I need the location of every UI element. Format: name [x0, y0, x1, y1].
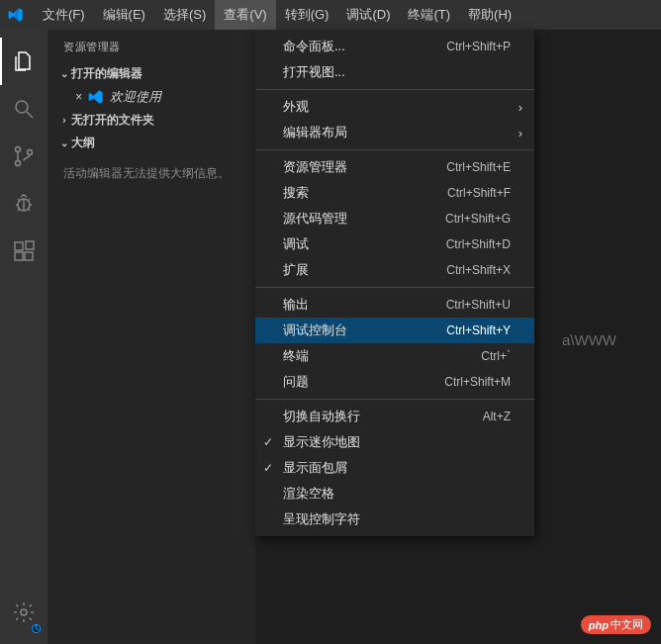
- open-editors-label: 打开的编辑器: [71, 65, 142, 82]
- titlebar: 文件(F) 编辑(E) 选择(S) 查看(V) 转到(G) 调试(D) 终端(T…: [0, 0, 661, 30]
- menuitem-output[interactable]: 输出Ctrl+Shift+U: [255, 292, 534, 318]
- menuitem-scm[interactable]: 源代码管理Ctrl+Shift+G: [255, 206, 534, 231]
- files-icon: [12, 49, 36, 73]
- svg-point-2: [16, 147, 21, 152]
- menuitem-problems[interactable]: 问题Ctrl+Shift+M: [255, 369, 534, 395]
- section-open-editors[interactable]: ⌄ 打开的编辑器: [47, 62, 255, 85]
- menu-separator: [255, 149, 534, 150]
- menuitem-command-palette[interactable]: 命令面板...Ctrl+Shift+P: [255, 34, 534, 59]
- svg-line-9: [18, 199, 20, 201]
- background-hint-text: a\WWW: [562, 331, 616, 348]
- svg-line-11: [18, 209, 20, 211]
- chevron-down-icon: ⌄: [57, 138, 71, 148]
- section-outline[interactable]: ⌄ 大纲: [47, 132, 255, 154]
- activity-debug[interactable]: [0, 180, 47, 228]
- bug-icon: [12, 192, 36, 216]
- svg-rect-13: [15, 242, 23, 250]
- menu-separator: [255, 89, 534, 90]
- search-icon: [12, 97, 36, 121]
- gear-icon: [12, 600, 36, 624]
- sidebar-explorer: 资源管理器 ⌄ 打开的编辑器 × 欢迎使用 › 无打开的文件夹 ⌄ 大纲 活动编…: [47, 30, 255, 644]
- menuitem-render-whitespace[interactable]: 渲染空格: [255, 481, 534, 506]
- menuitem-word-wrap[interactable]: 切换自动换行Alt+Z: [255, 404, 534, 429]
- close-icon[interactable]: ×: [75, 90, 82, 104]
- activity-explorer[interactable]: [0, 38, 47, 85]
- svg-point-4: [28, 150, 33, 155]
- vscode-file-icon: [88, 89, 104, 105]
- menuitem-debug-console[interactable]: 调试控制台Ctrl+Shift+Y: [255, 318, 534, 343]
- menu-separator: [255, 287, 534, 288]
- watermark-text: 中文网: [611, 617, 643, 632]
- menuitem-terminal[interactable]: 终端Ctrl+`: [255, 343, 534, 369]
- menuitem-minimap[interactable]: ✓显示迷你地图: [255, 429, 534, 455]
- menu-terminal[interactable]: 终端(T): [399, 0, 459, 30]
- menu-debug[interactable]: 调试(D): [337, 0, 399, 30]
- check-icon: ✓: [263, 461, 273, 475]
- svg-point-3: [16, 161, 21, 166]
- activity-search[interactable]: [0, 85, 47, 133]
- menu-view[interactable]: 查看(V): [215, 0, 275, 30]
- view-menu-dropdown: 命令面板...Ctrl+Shift+P 打开视图... 外观› 编辑器布局› 资…: [255, 30, 534, 536]
- chevron-down-icon: ⌄: [57, 68, 71, 79]
- extensions-icon: [12, 239, 36, 263]
- menuitem-appearance[interactable]: 外观›: [255, 94, 534, 120]
- menuitem-explorer[interactable]: 资源管理器Ctrl+Shift+E: [255, 154, 534, 180]
- open-editor-item[interactable]: × 欢迎使用: [47, 85, 255, 109]
- menuitem-render-control[interactable]: 呈现控制字符: [255, 506, 534, 532]
- watermark-badge: php中文网: [581, 615, 651, 634]
- menuitem-search[interactable]: 搜索Ctrl+Shift+F: [255, 180, 534, 206]
- svg-line-1: [27, 112, 33, 118]
- outline-label: 大纲: [71, 135, 95, 151]
- welcome-tab-label: 欢迎使用: [110, 88, 161, 106]
- activity-bar: [0, 30, 47, 644]
- svg-rect-14: [15, 252, 23, 260]
- section-no-folder[interactable]: › 无打开的文件夹: [47, 109, 255, 132]
- chevron-right-icon: ›: [519, 126, 522, 140]
- activity-settings[interactable]: [0, 589, 47, 636]
- menuitem-run[interactable]: 调试Ctrl+Shift+D: [255, 231, 534, 257]
- menu-go[interactable]: 转到(G): [276, 0, 338, 30]
- menu-selection[interactable]: 选择(S): [154, 0, 215, 30]
- menu-separator: [255, 399, 534, 400]
- menu-edit[interactable]: 编辑(E): [94, 0, 154, 30]
- outline-empty-message: 活动编辑器无法提供大纲信息。: [47, 154, 255, 193]
- svg-point-17: [21, 609, 27, 615]
- sync-badge-icon: [31, 623, 42, 634]
- svg-rect-16: [26, 241, 34, 249]
- check-icon: ✓: [263, 435, 273, 449]
- menuitem-breadcrumbs[interactable]: ✓显示面包屑: [255, 455, 534, 481]
- menu-file[interactable]: 文件(F): [34, 0, 94, 30]
- menuitem-extensions[interactable]: 扩展Ctrl+Shift+X: [255, 257, 534, 283]
- chevron-right-icon: ›: [57, 115, 71, 126]
- watermark-php: php: [589, 619, 609, 631]
- branch-icon: [12, 144, 36, 168]
- no-folder-label: 无打开的文件夹: [71, 112, 154, 129]
- activity-scm[interactable]: [0, 133, 47, 180]
- menuitem-editor-layout[interactable]: 编辑器布局›: [255, 120, 534, 145]
- activity-extensions[interactable]: [0, 228, 47, 275]
- svg-line-12: [28, 209, 30, 211]
- menubar: 文件(F) 编辑(E) 选择(S) 查看(V) 转到(G) 调试(D) 终端(T…: [34, 0, 520, 30]
- svg-point-0: [16, 101, 28, 113]
- menu-help[interactable]: 帮助(H): [459, 0, 520, 30]
- menuitem-open-view[interactable]: 打开视图...: [255, 59, 534, 85]
- vscode-logo-icon: [8, 7, 24, 23]
- svg-rect-15: [25, 252, 33, 260]
- sidebar-title: 资源管理器: [47, 30, 255, 62]
- svg-line-10: [28, 199, 30, 201]
- chevron-right-icon: ›: [519, 100, 522, 115]
